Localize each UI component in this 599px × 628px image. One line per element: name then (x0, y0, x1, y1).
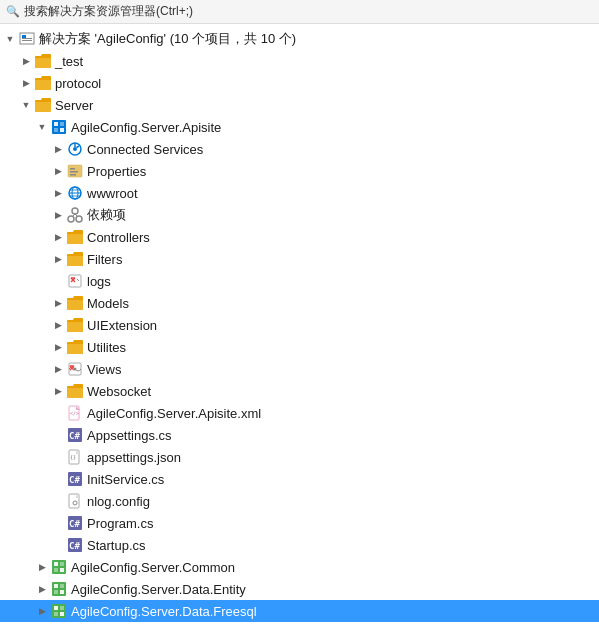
tree-item-properties[interactable]: Properties (0, 160, 599, 182)
expand-arrow-wwwroot[interactable] (50, 188, 66, 198)
expand-arrow-server-freesql[interactable] (34, 606, 50, 616)
tree-item-utilites[interactable]: Utilites (0, 336, 599, 358)
project-green-icon (50, 559, 68, 575)
expand-arrow-views[interactable] (50, 364, 66, 374)
connected-icon (66, 141, 84, 157)
svg-point-10 (73, 147, 77, 151)
folder-open-icon (34, 97, 52, 113)
expand-arrow-filters[interactable] (50, 254, 66, 264)
tree-item-apisite-xml[interactable]: </>AgileConfig.Server.Apisite.xml (0, 402, 599, 424)
item-label-wwwroot: wwwroot (87, 186, 138, 201)
item-label-connected-services: Connected Services (87, 142, 203, 157)
tree-item-filters[interactable]: Filters (0, 248, 599, 270)
expand-arrow-test[interactable] (18, 56, 34, 66)
svg-rect-5 (54, 122, 58, 126)
item-label-server: Server (55, 98, 93, 113)
cs-icon: C# (66, 537, 84, 553)
svg-rect-65 (60, 606, 64, 610)
item-label-server-entity: AgileConfig.Server.Data.Entity (71, 582, 246, 597)
svg-rect-7 (54, 128, 58, 132)
expand-arrow-server[interactable] (18, 100, 34, 110)
tree-item-test[interactable]: _test (0, 50, 599, 72)
svg-rect-63 (60, 612, 64, 616)
expand-arrow-solution[interactable] (2, 34, 18, 44)
item-label-views: Views (87, 362, 121, 377)
svg-text:C#: C# (69, 431, 80, 441)
item-label-server-freesql: AgileConfig.Server.Data.Freesql (71, 604, 257, 619)
tree-item-server-entity[interactable]: AgileConfig.Server.Data.Entity (0, 578, 599, 600)
svg-rect-64 (54, 612, 58, 616)
expand-arrow-websocket[interactable] (50, 386, 66, 396)
expand-arrow-models[interactable] (50, 298, 66, 308)
tree-item-appsettings-cs[interactable]: C#Appsettings.cs (0, 424, 599, 446)
title-label: 搜索解决方案资源管理器(Ctrl+;) (24, 3, 193, 20)
tree-item-logs[interactable]: logs (0, 270, 599, 292)
expand-arrow-server-common[interactable] (34, 562, 50, 572)
expand-arrow-dependencies[interactable] (50, 210, 66, 220)
svg-text:C#: C# (69, 519, 80, 529)
expand-arrow-utilites[interactable] (50, 342, 66, 352)
item-label-initservice-cs: InitService.cs (87, 472, 164, 487)
tree-item-server-iservice[interactable]: AgileConfig.Server.IService (0, 622, 599, 624)
tree-item-dependencies[interactable]: 依赖项 (0, 204, 599, 226)
cs-icon: C# (66, 471, 84, 487)
wwwroot-icon (66, 185, 84, 201)
svg-rect-16 (70, 174, 76, 176)
tree-item-server-freesql[interactable]: AgileConfig.Server.Data.Freesql (0, 600, 599, 622)
logs-icon (66, 273, 84, 289)
tree-item-startup-cs[interactable]: C#Startup.cs (0, 534, 599, 556)
nlog-icon (66, 493, 84, 509)
tree-item-views[interactable]: Views (0, 358, 599, 380)
expand-arrow-uiextension[interactable] (50, 320, 66, 330)
tree-item-uiextension[interactable]: UIExtension (0, 314, 599, 336)
tree-item-appsettings-json[interactable]: {}appsettings.json (0, 446, 599, 468)
svg-rect-2 (22, 40, 32, 41)
svg-point-23 (68, 216, 74, 222)
tree-item-models[interactable]: Models (0, 292, 599, 314)
dependency-icon (66, 207, 84, 223)
item-label-startup-cs: Startup.cs (87, 538, 146, 553)
svg-text:{}: {} (70, 454, 76, 460)
cs-icon: C# (66, 515, 84, 531)
svg-rect-8 (60, 122, 64, 126)
folder-icon (34, 75, 52, 91)
tree-item-wwwroot[interactable]: wwwroot (0, 182, 599, 204)
svg-text:</>: </> (70, 410, 79, 416)
folder-icon (34, 53, 52, 69)
item-label-filters: Filters (87, 252, 122, 267)
expand-arrow-controllers[interactable] (50, 232, 66, 242)
item-label-dependencies: 依赖项 (87, 206, 126, 224)
item-label-controllers: Controllers (87, 230, 150, 245)
svg-line-12 (77, 146, 80, 148)
tree-item-initservice-cs[interactable]: C#InitService.cs (0, 468, 599, 490)
item-label-properties: Properties (87, 164, 146, 179)
properties-icon (66, 163, 84, 179)
item-label-server-common: AgileConfig.Server.Common (71, 560, 235, 575)
expand-arrow-apisite[interactable] (34, 122, 50, 132)
expand-arrow-connected-services[interactable] (50, 144, 66, 154)
folder-icon (66, 251, 84, 267)
expand-arrow-properties[interactable] (50, 166, 66, 176)
item-label-test: _test (55, 54, 83, 69)
tree-item-server[interactable]: Server (0, 94, 599, 116)
tree-item-apisite[interactable]: AgileConfig.Server.Apisite (0, 116, 599, 138)
tree-item-program-cs[interactable]: C#Program.cs (0, 512, 599, 534)
tree-item-solution[interactable]: 解决方案 'AgileConfig' (10 个项目，共 10 个) (0, 28, 599, 50)
views-icon (66, 361, 84, 377)
expand-arrow-server-entity[interactable] (34, 584, 50, 594)
tree-item-connected-services[interactable]: Connected Services (0, 138, 599, 160)
item-label-appsettings-json: appsettings.json (87, 450, 181, 465)
tree-item-nlog-config[interactable]: nlog.config (0, 490, 599, 512)
expand-arrow-protocol[interactable] (18, 78, 34, 88)
svg-point-24 (76, 216, 82, 222)
tree-item-server-common[interactable]: AgileConfig.Server.Common (0, 556, 599, 578)
project-green-icon (50, 603, 68, 619)
tree-item-protocol[interactable]: protocol (0, 72, 599, 94)
svg-rect-54 (54, 568, 58, 572)
tree-item-controllers[interactable]: Controllers (0, 226, 599, 248)
svg-rect-14 (70, 168, 75, 170)
search-icon: 🔍 (6, 5, 20, 18)
svg-rect-6 (60, 128, 64, 132)
tree-item-websocket[interactable]: Websocket (0, 380, 599, 402)
item-label-models: Models (87, 296, 129, 311)
